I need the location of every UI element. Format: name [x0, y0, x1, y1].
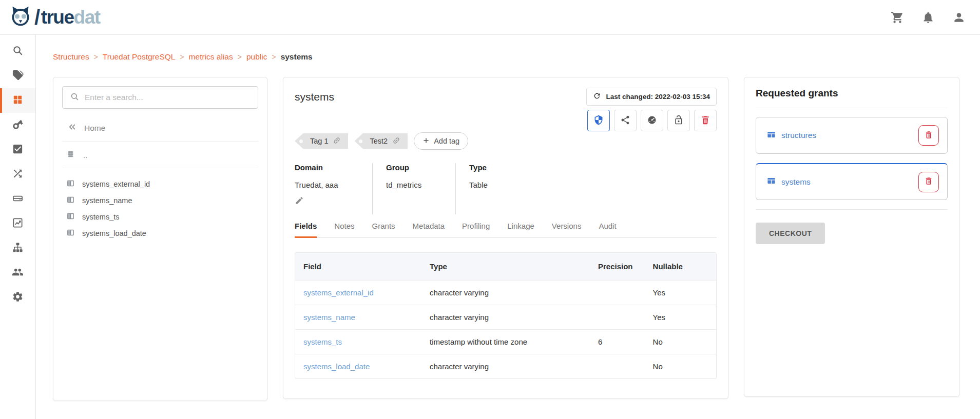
last-changed-badge[interactable]: Last changed: 2022-02-03 15:34: [586, 88, 717, 106]
remove-grant-button[interactable]: [918, 172, 939, 192]
sidebar-item-lineage[interactable]: [0, 162, 35, 187]
shuffle-icon: [12, 168, 24, 182]
grant-link-structures[interactable]: structures: [781, 131, 816, 140]
tab-grants[interactable]: Grants: [372, 222, 395, 238]
explorer-parent-label: ..: [83, 151, 87, 159]
explorer-home-link[interactable]: Home: [67, 122, 258, 134]
delete-button[interactable]: [694, 110, 717, 131]
share-button[interactable]: [614, 110, 637, 131]
plus-icon: [422, 137, 430, 146]
page-title: systems: [295, 91, 334, 103]
sidebar-item-settings[interactable]: [0, 285, 35, 310]
sidebar-item-structures[interactable]: [0, 88, 35, 113]
column-header-precision: Precision: [590, 253, 645, 281]
field-precision: [590, 305, 645, 330]
key-icon: [12, 118, 24, 132]
field-type: character varying: [421, 354, 590, 379]
tab-versions[interactable]: Versions: [552, 222, 582, 238]
breadcrumb-separator: >: [94, 53, 98, 61]
sidebar-item-quality[interactable]: [0, 137, 35, 162]
remove-grant-button[interactable]: [918, 125, 939, 146]
field-link[interactable]: systems_external_id: [303, 288, 374, 297]
column-header-type: Type: [421, 253, 590, 281]
explorer-field-item[interactable]: systems_ts: [66, 209, 258, 225]
sidebar-item-taxonomy[interactable]: [0, 236, 35, 261]
sidebar-item-permissions[interactable]: [0, 113, 35, 137]
detail-tabs: Fields Notes Grants Metadata Profiling L…: [295, 222, 717, 238]
explorer-search-input[interactable]: [85, 93, 251, 102]
breadcrumb-truedat-postgresql[interactable]: Truedat PostgreSQL: [103, 52, 176, 62]
sidebar-item-users[interactable]: [0, 261, 35, 285]
breadcrumb-metrics-alias[interactable]: metrics alias: [189, 52, 233, 62]
top-bar: / truedat: [0, 0, 980, 35]
sidebar-item-sources[interactable]: [0, 187, 35, 211]
breadcrumb-separator: >: [180, 53, 184, 61]
sidebar-item-tags[interactable]: [0, 64, 35, 88]
table-column-icon: [66, 212, 75, 222]
domain-value: Truedat, aaa: [295, 181, 349, 189]
explorer-field-item[interactable]: systems_load_date: [66, 225, 258, 242]
grant-link-systems[interactable]: systems: [781, 177, 811, 187]
domain-label: Domain: [295, 163, 349, 172]
shield-icon: [593, 115, 604, 127]
profiling-gauge-button[interactable]: [641, 110, 663, 131]
table-icon: [766, 176, 776, 188]
field-label: systems_name: [82, 196, 132, 205]
explorer-field-item[interactable]: systems_external_id: [66, 176, 258, 192]
database-icon: [66, 150, 75, 160]
structure-detail-panel: systems Last changed: 2022-02-03 15:34: [283, 77, 728, 399]
column-header-nullable: Nullable: [645, 253, 716, 281]
unlock-icon: [674, 115, 684, 127]
field-type: character varying: [421, 305, 590, 330]
unlock-button[interactable]: [667, 110, 690, 131]
field-nullable: Yes: [645, 281, 716, 305]
field-link[interactable]: systems_load_date: [303, 362, 370, 371]
table-row: systems_load_date character varying No: [295, 354, 716, 379]
protect-button[interactable]: [587, 110, 610, 131]
tab-notes[interactable]: Notes: [334, 222, 354, 238]
explorer-parent-link[interactable]: ..: [66, 150, 258, 160]
field-precision: [590, 281, 645, 305]
owl-icon: [9, 5, 32, 30]
notifications-bell-icon[interactable]: [921, 11, 935, 24]
requested-grants-title: Requested grants: [756, 88, 948, 99]
divider: [756, 209, 948, 210]
table-column-icon: [66, 179, 75, 189]
table-column-icon: [66, 195, 75, 206]
tab-linkage[interactable]: Linkage: [507, 222, 534, 238]
tab-metadata[interactable]: Metadata: [413, 222, 445, 238]
tab-profiling[interactable]: Profiling: [462, 222, 490, 238]
field-link[interactable]: systems_name: [303, 313, 355, 322]
refresh-icon: [593, 92, 601, 102]
breadcrumb-structures[interactable]: Structures: [53, 52, 89, 62]
structure-info: Domain Truedat, aaa Group td_metrics Typ…: [295, 163, 717, 214]
explorer-search-box[interactable]: [62, 86, 258, 109]
fields-table: Field Type Precision Nullable systems_ex…: [295, 252, 717, 379]
tag-pill[interactable]: Tag 1: [295, 133, 348, 149]
type-label: Type: [469, 163, 488, 172]
add-tag-button[interactable]: Add tag: [414, 132, 468, 150]
checkout-button[interactable]: CHECKOUT: [756, 223, 825, 244]
tag-pill[interactable]: Test2: [354, 133, 408, 149]
breadcrumb-separator: >: [272, 53, 276, 61]
sidebar-item-dashboards[interactable]: [0, 211, 35, 236]
breadcrumb: Structures > Truedat PostgreSQL > metric…: [53, 52, 959, 62]
sidebar-item-search[interactable]: [0, 39, 35, 64]
explorer-field-item[interactable]: systems_name: [66, 192, 258, 209]
tab-audit[interactable]: Audit: [599, 222, 616, 238]
field-link[interactable]: systems_ts: [303, 337, 342, 346]
tab-fields[interactable]: Fields: [295, 222, 317, 238]
user-profile-icon[interactable]: [952, 11, 966, 24]
table-row: systems_ts timestamp without time zone 6…: [295, 330, 716, 354]
field-precision: [590, 354, 645, 379]
edit-domain-button[interactable]: [295, 196, 304, 205]
truedat-logo[interactable]: / truedat: [9, 5, 100, 30]
search-icon: [70, 92, 80, 104]
cart-icon[interactable]: [891, 11, 904, 24]
table-column-icon: [66, 228, 75, 238]
breadcrumb-public[interactable]: public: [246, 52, 267, 62]
field-type: character varying: [421, 281, 590, 305]
sitemap-icon: [12, 242, 24, 255]
users-group-icon: [12, 266, 24, 280]
structure-actions: [587, 110, 717, 131]
